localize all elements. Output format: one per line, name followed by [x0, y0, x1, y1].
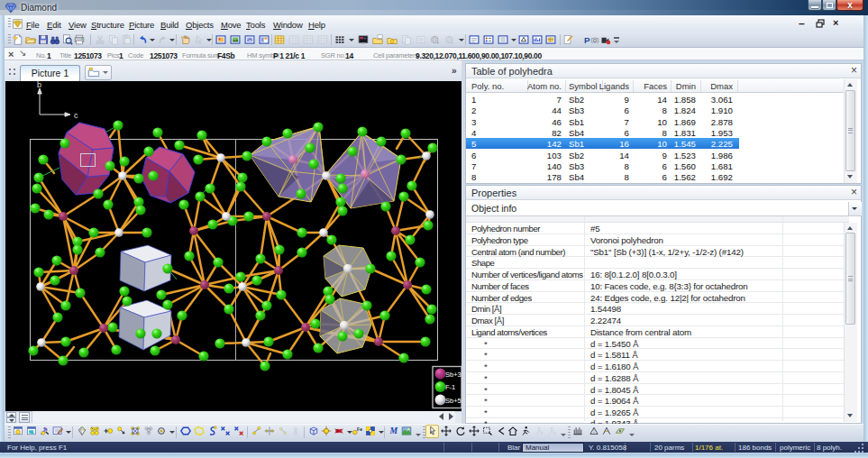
- svg-text:F-1: F-1: [445, 383, 455, 391]
- svg-text:Sb+3: Sb+3: [445, 371, 461, 379]
- svg-text:b: b: [37, 80, 41, 89]
- svg-text:Fe: Fe: [357, 426, 362, 432]
- svg-text:c: c: [74, 111, 78, 120]
- svg-text:M: M: [389, 426, 398, 435]
- svg-text:Sb+5: Sb+5: [445, 397, 461, 405]
